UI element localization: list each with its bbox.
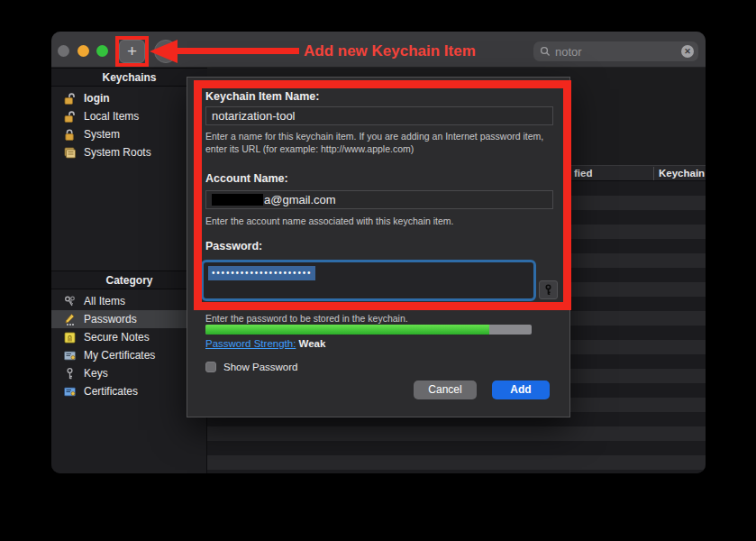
annotation-arrow-icon bbox=[150, 40, 178, 63]
keychain-access-window: + notor ✕ Add new Keychain Item Keychain… bbox=[51, 32, 706, 473]
password-help-text: Enter the password to be stored in the k… bbox=[205, 313, 550, 326]
add-button[interactable]: Add bbox=[492, 381, 550, 399]
item-name-label: Keychain Item Name: bbox=[205, 90, 319, 103]
sidebar-item-label: login bbox=[84, 92, 110, 105]
category-section-header: Category bbox=[51, 270, 207, 289]
show-password-row: Show Password bbox=[205, 362, 297, 372]
column-header-date-modified[interactable]: fied bbox=[574, 168, 592, 179]
sidebar-item-label: Secure Notes bbox=[84, 331, 150, 344]
key-icon bbox=[63, 367, 77, 381]
sidebar-item-label: Certificates bbox=[84, 385, 138, 398]
sidebar-item-label: System Roots bbox=[84, 146, 151, 159]
pencil-dots-icon bbox=[63, 313, 77, 326]
annotation-highlight-box bbox=[115, 36, 149, 67]
keys-icon bbox=[63, 295, 77, 308]
sidebar-item-label: All Items bbox=[84, 295, 125, 307]
sidebar-item-label: Passwords bbox=[84, 313, 137, 326]
new-keychain-item-dialog: Keychain Item Name: notarization-tool En… bbox=[187, 77, 570, 417]
sidebar-item-certificates[interactable]: Certificates bbox=[51, 382, 207, 400]
password-selected-text: ••••••••••••••••••••• bbox=[208, 266, 315, 280]
sidebar-item-label: Local Items bbox=[84, 110, 139, 123]
password-strength-row: Password Strength: Weak bbox=[205, 338, 325, 349]
sidebar-item-keys[interactable]: Keys bbox=[51, 364, 207, 382]
show-password-checkbox[interactable] bbox=[205, 362, 216, 372]
sidebar-item-passwords[interactable]: Passwords bbox=[51, 310, 207, 328]
redaction-box bbox=[212, 194, 263, 206]
unlocked-padlock-icon bbox=[63, 92, 77, 105]
window-close-button[interactable] bbox=[58, 45, 69, 57]
annotation-label: Add new Keychain Item bbox=[304, 42, 476, 60]
sidebar-item-system[interactable]: System bbox=[51, 125, 207, 143]
cancel-button[interactable]: Cancel bbox=[414, 381, 477, 399]
account-name-help-text: Enter the account name associated with t… bbox=[205, 215, 550, 228]
certificate-stack-icon bbox=[63, 146, 77, 160]
search-icon bbox=[540, 46, 551, 57]
keychains-section-header: Keychains bbox=[51, 68, 207, 87]
sidebar-item-my-certificates[interactable]: My Certificates bbox=[51, 346, 207, 364]
password-label: Password: bbox=[205, 240, 262, 252]
sidebar-item-system-roots[interactable]: System Roots bbox=[51, 143, 207, 161]
show-password-label: Show Password bbox=[223, 362, 297, 372]
sidebar-item-secure-notes[interactable]: Secure Notes bbox=[51, 328, 207, 346]
sidebar-item-label: My Certificates bbox=[84, 349, 155, 362]
item-name-input[interactable]: notarization-tool bbox=[205, 106, 553, 125]
column-divider[interactable] bbox=[653, 167, 654, 180]
my-certificate-icon bbox=[63, 349, 77, 362]
column-header-keychain[interactable]: Keychain bbox=[659, 168, 705, 179]
secure-note-icon bbox=[63, 331, 77, 344]
search-input-value[interactable]: notor bbox=[555, 45, 681, 59]
password-strength-value: Weak bbox=[299, 338, 326, 349]
account-name-value: a@gmail.com bbox=[264, 193, 336, 206]
window-zoom-button[interactable] bbox=[96, 45, 108, 57]
password-strength-bar bbox=[205, 325, 532, 335]
password-assistant-button[interactable] bbox=[539, 280, 558, 299]
sidebar-item-label: Keys bbox=[84, 367, 108, 380]
window-minimize-button[interactable] bbox=[77, 45, 89, 57]
sidebar-item-label: System bbox=[84, 128, 120, 141]
key-glyph-icon bbox=[542, 284, 554, 296]
search-clear-icon[interactable]: ✕ bbox=[681, 45, 694, 58]
annotation-arrow-shaft bbox=[176, 48, 299, 54]
password-strength-fill bbox=[205, 325, 489, 335]
sidebar-item-login[interactable]: login bbox=[51, 89, 207, 107]
sidebar-item-local-items[interactable]: Local Items bbox=[51, 107, 207, 125]
password-strength-link[interactable]: Password Strength: bbox=[205, 338, 296, 349]
search-field[interactable]: notor ✕ bbox=[533, 41, 698, 61]
sidebar: Keychains login Local Items System bbox=[51, 68, 207, 473]
unlocked-padlock-icon bbox=[63, 110, 77, 124]
certificate-icon bbox=[63, 385, 77, 399]
locked-padlock-icon bbox=[63, 128, 77, 142]
sidebar-item-all-items[interactable]: All Items bbox=[51, 292, 207, 310]
account-name-input[interactable]: a@gmail.com bbox=[205, 190, 553, 209]
account-name-label: Account Name: bbox=[205, 172, 288, 185]
password-input[interactable]: ••••••••••••••••••••• bbox=[201, 260, 536, 301]
item-name-help-text: Enter a name for this keychain item. If … bbox=[205, 131, 550, 155]
